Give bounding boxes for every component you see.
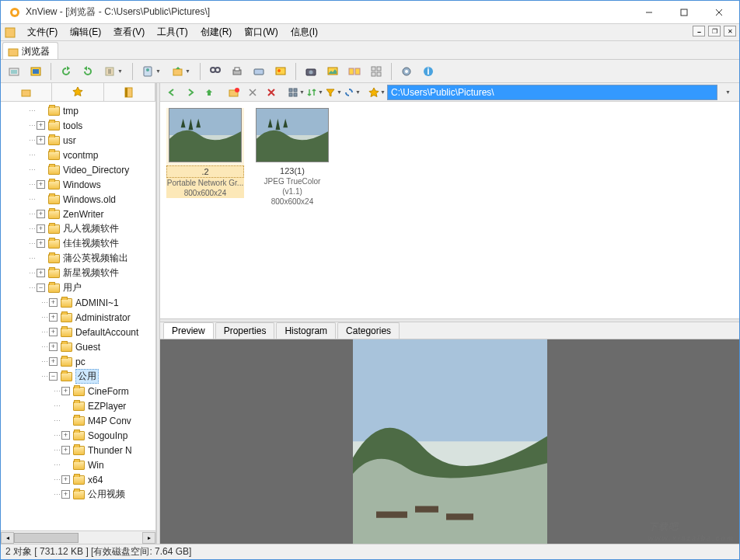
expand-icon[interactable]: + — [61, 446, 70, 454]
refresh-button[interactable] — [56, 61, 76, 82]
tree-item[interactable]: ⋯+pc — [1, 354, 155, 369]
address-bar[interactable] — [387, 85, 717, 100]
expand-icon[interactable]: + — [37, 224, 45, 233]
tab-browser[interactable]: 浏览器 — [2, 42, 58, 59]
expand-icon[interactable]: + — [37, 136, 45, 144]
maximize-button[interactable] — [666, 2, 701, 23]
tree-item[interactable]: ⋯Video_Directory — [1, 162, 155, 177]
expand-icon[interactable]: + — [49, 328, 58, 336]
tree-item[interactable]: ⋯+tools — [1, 118, 155, 133]
menu-view[interactable]: 查看(V) — [107, 24, 151, 40]
tree-item[interactable]: ⋯−用户 — [1, 280, 155, 295]
wallpaper-button[interactable] — [323, 61, 343, 82]
nav-forward-button[interactable] — [182, 85, 199, 100]
tab-preview[interactable]: Preview — [163, 322, 214, 339]
expand-icon[interactable]: + — [49, 343, 58, 351]
menu-edit[interactable]: 编辑(E) — [64, 24, 107, 40]
tree-item[interactable]: ⋯+CineForm — [1, 384, 155, 398]
expand-icon[interactable]: + — [37, 121, 45, 130]
sidebar-tab-categories[interactable] — [104, 83, 155, 101]
menu-create[interactable]: 创建(R) — [194, 24, 239, 40]
thumbnail-item[interactable]: 123(1)JPEG TrueColor (v1.1)800x600x24 — [253, 108, 331, 207]
tree-item[interactable]: ⋯+佳佳视频软件 — [1, 236, 155, 251]
mdi-restore-button[interactable]: ❐ — [708, 26, 721, 37]
nav-back-button[interactable] — [163, 85, 180, 100]
scroll-left-button[interactable]: ◂ — [1, 532, 14, 544]
sidebar-tab-favorites[interactable] — [52, 83, 103, 101]
tree-item[interactable]: ⋯+Thunder N — [1, 443, 155, 457]
favorite-button[interactable]: ▼ — [368, 85, 386, 100]
history-button[interactable]: ▼ — [99, 61, 127, 82]
tree-item[interactable]: ⋯+ZenWriter — [1, 207, 155, 221]
tree-item[interactable]: ⋯+公用视频 — [1, 487, 155, 502]
thumbnail-view[interactable]: .2Portable Network Gr...800x600x24123(1)… — [160, 102, 739, 318]
export-button[interactable]: ▼ — [167, 61, 195, 82]
menu-info[interactable]: 信息(I) — [284, 24, 324, 40]
tree-item[interactable]: ⋯+Guest — [1, 339, 155, 354]
grid-button[interactable] — [366, 61, 386, 82]
folder-tree[interactable]: ⋯tmp⋯+tools⋯+usr⋯vcontmp⋯Video_Directory… — [1, 102, 155, 530]
settings-button[interactable] — [396, 61, 417, 82]
tree-item[interactable]: ⋯+ADMINI~1 — [1, 295, 155, 310]
address-dropdown-button[interactable]: ▼ — [719, 85, 736, 100]
sidebar-tab-folders[interactable] — [1, 83, 52, 101]
filter-button[interactable]: ▼ — [325, 85, 342, 100]
menu-file[interactable]: 文件(F) — [21, 24, 64, 40]
minimize-button[interactable] — [631, 2, 666, 23]
expand-icon[interactable]: + — [61, 431, 70, 440]
expand-icon[interactable]: + — [37, 269, 45, 277]
sync-button[interactable]: ▼ — [344, 85, 361, 100]
slideshow-button[interactable] — [271, 61, 291, 82]
expand-icon[interactable]: + — [37, 210, 45, 218]
collapse-icon[interactable]: − — [49, 372, 58, 381]
tree-hscrollbar[interactable]: ◂ ▸ — [1, 530, 155, 544]
expand-icon[interactable]: + — [61, 475, 70, 484]
tree-item[interactable]: ⋯+Administrator — [1, 310, 155, 325]
tree-item[interactable]: ⋯vcontmp — [1, 148, 155, 162]
expand-icon[interactable]: + — [49, 357, 58, 366]
tree-item[interactable]: ⋯+SogouInp — [1, 428, 155, 443]
search-button[interactable] — [205, 61, 225, 82]
nav-up-button[interactable] — [201, 85, 218, 100]
tree-item[interactable]: ⋯+x64 — [1, 472, 155, 487]
collapse-icon[interactable]: − — [37, 283, 45, 292]
address-input[interactable] — [388, 85, 717, 99]
tree-item[interactable]: ⋯+DefaultAccount — [1, 325, 155, 339]
sort-button[interactable]: ▼ — [306, 85, 323, 100]
tab-categories[interactable]: Categories — [337, 322, 400, 339]
menu-window[interactable]: 窗口(W) — [238, 24, 284, 40]
tree-item[interactable]: ⋯tmp — [1, 103, 155, 118]
tree-item[interactable]: ⋯蒲公英视频输出 — [1, 251, 155, 266]
tree-item[interactable]: ⋯+usr — [1, 133, 155, 148]
tree-item[interactable]: ⋯Win — [1, 457, 155, 472]
mdi-close-button[interactable]: ✕ — [724, 26, 736, 37]
scroll-right-button[interactable]: ▸ — [142, 532, 155, 544]
delete-button[interactable] — [263, 85, 280, 100]
tab-histogram[interactable]: Histogram — [276, 322, 336, 339]
expand-icon[interactable]: + — [37, 180, 45, 189]
open-button[interactable] — [4, 61, 24, 82]
tree-item[interactable]: ⋯EZPlayer — [1, 398, 155, 413]
compare-button[interactable] — [344, 61, 365, 82]
tree-item[interactable]: ⋯Windows.old — [1, 192, 155, 207]
expand-icon[interactable]: + — [49, 313, 58, 322]
tree-item[interactable]: ⋯M4P Conv — [1, 413, 155, 428]
tree-item[interactable]: ⋯+新星视频软件 — [1, 266, 155, 280]
expand-icon[interactable]: + — [61, 490, 70, 499]
expand-icon[interactable]: + — [37, 239, 45, 248]
view-mode-button[interactable]: ▼ — [288, 85, 305, 100]
scanner-button[interactable] — [249, 61, 269, 82]
capture-button[interactable] — [301, 61, 321, 82]
close-button[interactable] — [701, 2, 736, 23]
cut-button[interactable] — [244, 85, 261, 100]
new-folder-button[interactable] — [225, 85, 243, 100]
tree-item[interactable]: ⋯+凡人视频软件 — [1, 221, 155, 236]
acquire-button[interactable]: ▼ — [138, 61, 166, 82]
tree-item[interactable]: ⋯−公用 — [1, 369, 155, 384]
tab-properties[interactable]: Properties — [215, 322, 275, 339]
expand-icon[interactable]: + — [49, 298, 58, 307]
menu-tools[interactable]: 工具(T) — [151, 24, 194, 40]
rotate-button[interactable] — [78, 61, 98, 82]
tree-item[interactable]: ⋯+Windows — [1, 177, 155, 192]
mdi-minimize-button[interactable]: ‒ — [693, 26, 705, 37]
